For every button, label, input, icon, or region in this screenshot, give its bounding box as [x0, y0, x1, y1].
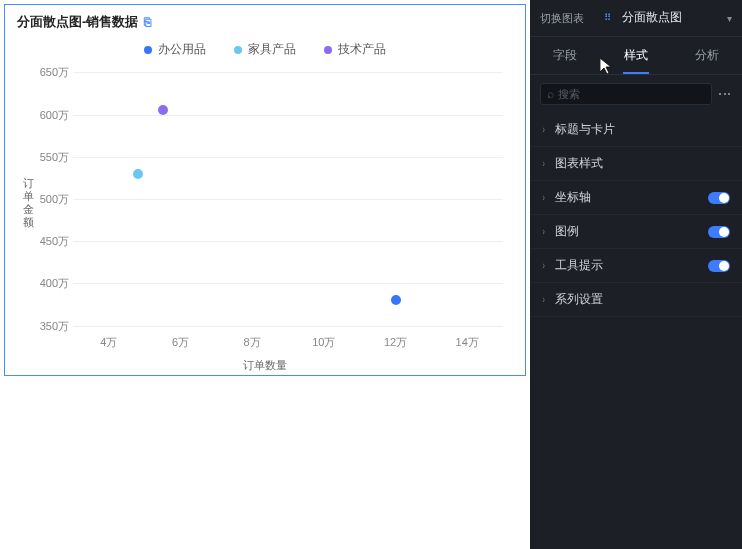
legend-dot-icon — [234, 46, 242, 54]
y-tick: 650万 — [39, 65, 69, 80]
chevron-right-icon: › — [543, 158, 545, 169]
section-label: 系列设置 — [555, 291, 730, 308]
data-point[interactable] — [391, 295, 401, 305]
sidebar: 切换图表 ⠿ 分面散点图 ▾ 字段 样式 分析 ⌕ ⋮ ›标题与卡片›图表样式›… — [530, 0, 742, 549]
section-label: 图例 — [555, 223, 708, 240]
section-row[interactable]: ›系列设置 — [530, 283, 742, 317]
toggle[interactable] — [708, 226, 730, 238]
gridline — [73, 115, 503, 116]
tab-analysis[interactable]: 分析 — [671, 37, 742, 74]
y-tick: 550万 — [39, 149, 69, 164]
chart-card[interactable]: 分面散点图-销售数据 ⎘ 办公用品家具产品技术产品 订单金额 350万400万4… — [4, 4, 526, 376]
toggle[interactable] — [708, 260, 730, 272]
section-row[interactable]: ›图表样式 — [530, 147, 742, 181]
section-label: 图表样式 — [555, 155, 730, 172]
chart-title-text: 分面散点图-销售数据 — [17, 13, 138, 31]
chevron-right-icon: › — [543, 294, 545, 305]
legend-item[interactable]: 技术产品 — [324, 41, 386, 58]
legend: 办公用品家具产品技术产品 — [17, 41, 513, 58]
y-tick: 500万 — [39, 192, 69, 207]
x-tick: 8万 — [244, 335, 261, 350]
section-label: 标题与卡片 — [555, 121, 730, 138]
search-box[interactable]: ⌕ — [540, 83, 712, 105]
section-row[interactable]: ›标题与卡片 — [530, 113, 742, 147]
gridline — [73, 241, 503, 242]
chart-type-value: 分面散点图 — [622, 9, 682, 26]
plot: 订单金额 350万400万450万500万550万600万650万4万6万8万1… — [17, 64, 513, 354]
legend-item[interactable]: 办公用品 — [144, 41, 206, 58]
tab-style[interactable]: 样式 — [601, 37, 672, 74]
chevron-right-icon: › — [543, 124, 545, 135]
tabs: 字段 样式 分析 — [530, 37, 742, 75]
x-tick: 12万 — [384, 335, 407, 350]
section-row[interactable]: ›图例 — [530, 215, 742, 249]
data-point[interactable] — [158, 105, 168, 115]
section-row[interactable]: ›坐标轴 — [530, 181, 742, 215]
gridline — [73, 326, 503, 327]
gridline — [73, 199, 503, 200]
chart-type-select[interactable]: ⠿ 分面散点图 — [592, 6, 719, 30]
chevron-right-icon: › — [543, 260, 545, 271]
x-tick: 14万 — [456, 335, 479, 350]
more-icon[interactable]: ⋮ — [718, 87, 732, 101]
search-row: ⌕ ⋮ — [530, 75, 742, 113]
search-input[interactable] — [558, 88, 705, 100]
toggle[interactable] — [708, 192, 730, 204]
chart-title: 分面散点图-销售数据 ⎘ — [17, 13, 513, 31]
gridline — [73, 72, 503, 73]
y-axis-label: 订单金额 — [21, 177, 35, 229]
x-tick: 6万 — [172, 335, 189, 350]
y-tick: 350万 — [39, 318, 69, 333]
section-row[interactable]: ›工具提示 — [530, 249, 742, 283]
chevron-right-icon: › — [543, 226, 545, 237]
legend-label: 办公用品 — [158, 41, 206, 58]
y-tick: 450万 — [39, 234, 69, 249]
switch-chart-label: 切换图表 — [540, 11, 584, 26]
chevron-right-icon: › — [543, 192, 545, 203]
gridline — [73, 283, 503, 284]
legend-label: 技术产品 — [338, 41, 386, 58]
section-label: 坐标轴 — [555, 189, 708, 206]
gridline — [73, 157, 503, 158]
link-icon[interactable]: ⎘ — [144, 15, 151, 29]
legend-dot-icon — [144, 46, 152, 54]
legend-label: 家具产品 — [248, 41, 296, 58]
tab-fields[interactable]: 字段 — [530, 37, 601, 74]
sections: ›标题与卡片›图表样式›坐标轴›图例›工具提示›系列设置 — [530, 113, 742, 317]
x-tick: 4万 — [100, 335, 117, 350]
plot-area: 350万400万450万500万550万600万650万4万6万8万10万12万… — [73, 64, 503, 334]
legend-dot-icon — [324, 46, 332, 54]
chevron-down-icon[interactable]: ▾ — [727, 13, 732, 24]
search-icon: ⌕ — [547, 87, 554, 101]
x-axis-label: 订单数量 — [17, 358, 513, 373]
y-tick: 600万 — [39, 107, 69, 122]
scatter-icon: ⠿ — [600, 11, 614, 25]
section-label: 工具提示 — [555, 257, 708, 274]
data-point[interactable] — [133, 169, 143, 179]
x-tick: 10万 — [312, 335, 335, 350]
sidebar-top-bar: 切换图表 ⠿ 分面散点图 ▾ — [530, 0, 742, 37]
legend-item[interactable]: 家具产品 — [234, 41, 296, 58]
y-tick: 400万 — [39, 276, 69, 291]
